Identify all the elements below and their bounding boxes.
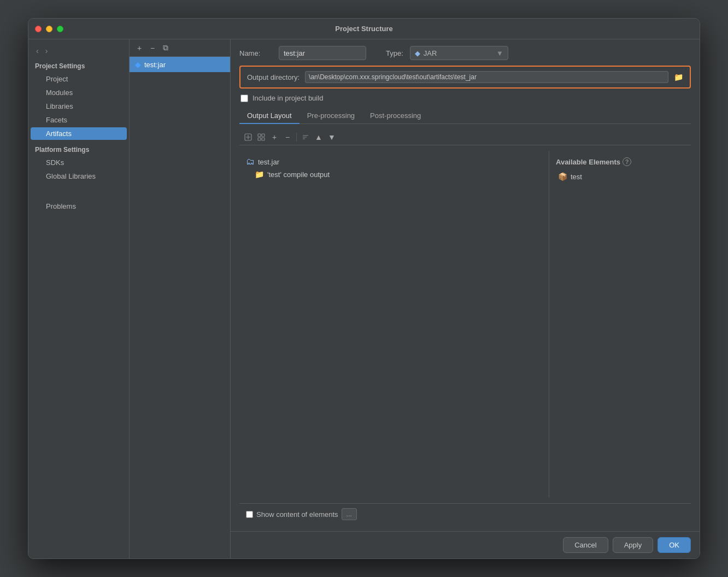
close-button[interactable] — [35, 26, 42, 32]
dots-button[interactable]: ... — [342, 508, 357, 520]
svg-rect-3 — [258, 134, 261, 137]
minimize-button[interactable] — [46, 26, 52, 32]
available-item-label: test — [571, 173, 582, 181]
remove-artifact-button[interactable]: − — [147, 43, 158, 54]
footer: Cancel Apply OK — [231, 531, 700, 558]
sidebar-item-artifacts[interactable]: Artifacts — [31, 127, 127, 140]
add-element-button[interactable] — [243, 132, 254, 143]
type-icon: ◆ — [415, 49, 420, 57]
project-structure-window: Project Structure ‹ › Project Settings P… — [28, 18, 700, 559]
jar-icon: 🗂 — [246, 157, 255, 167]
tree-item-compile[interactable]: 📁 'test' compile output — [242, 168, 547, 180]
artifact-type-icon: ◆ — [135, 60, 141, 69]
apply-button[interactable]: Apply — [613, 537, 654, 553]
layout-view-button[interactable] — [256, 132, 267, 143]
browse-folder-button[interactable]: 📁 — [674, 73, 683, 81]
sidebar-item-modules[interactable]: Modules — [31, 86, 127, 99]
traffic-lights — [35, 26, 63, 32]
content-area: + − ⧉ ◆ test:jar Name: Type: — [130, 39, 700, 558]
type-label: Type: — [386, 49, 403, 57]
copy-artifact-button[interactable]: ⧉ — [160, 43, 171, 54]
module-icon: 📦 — [558, 172, 567, 181]
tabs-row: Output Layout Pre-processing Post-proces… — [239, 108, 691, 124]
name-label: Name: — [239, 49, 272, 57]
tab-output-layout[interactable]: Output Layout — [239, 108, 300, 124]
artifact-list-item[interactable]: ◆ test:jar — [130, 57, 230, 72]
available-help-icon[interactable]: ? — [623, 157, 631, 166]
output-dir-label: Output directory: — [247, 73, 300, 81]
project-settings-section: Project Settings — [28, 58, 129, 72]
add-artifact-button[interactable]: + — [134, 43, 145, 54]
artifact-list-area: + − ⧉ ◆ test:jar — [130, 39, 231, 558]
separator — [296, 133, 297, 142]
available-header: Available Elements ? — [554, 155, 686, 170]
forward-button[interactable]: › — [44, 46, 49, 55]
svg-rect-6 — [262, 138, 265, 140]
sidebar-item-libraries[interactable]: Libraries — [31, 100, 127, 113]
remove-element-button[interactable]: − — [282, 132, 293, 143]
compile-icon: 📁 — [255, 170, 264, 179]
title-bar: Project Structure — [28, 19, 700, 39]
file-tree: 🗂 test.jar 📁 'test' compile output — [239, 151, 549, 498]
dropdown-arrow-icon: ▼ — [496, 49, 503, 57]
available-item-test[interactable]: 📦 test — [554, 170, 686, 182]
file-tree-container: 🗂 test.jar 📁 'test' compile output — [239, 151, 691, 498]
problems-section — [28, 192, 129, 199]
move-up-button[interactable]: ▲ — [313, 132, 324, 143]
available-panel: Available Elements ? 📦 test — [549, 151, 691, 498]
svg-rect-5 — [258, 138, 261, 140]
move-down-button[interactable]: ▼ — [326, 132, 337, 143]
sidebar-nav-row: ‹ › — [28, 44, 129, 58]
type-dropdown[interactable]: ◆ JAR ▼ — [410, 46, 508, 60]
compile-label: 'test' compile output — [267, 170, 330, 179]
name-input[interactable] — [279, 46, 366, 60]
output-directory-container: Output directory: \an\Desktop\com.xxx.sp… — [239, 66, 691, 89]
tab-pre-processing[interactable]: Pre-processing — [300, 108, 362, 124]
sidebar-item-problems[interactable]: Problems — [31, 200, 127, 213]
sidebar-item-project[interactable]: Project — [31, 73, 127, 85]
output-toolbar: + − ▲ ▼ — [239, 129, 691, 145]
detail-panel: Name: Type: ◆ JAR ▼ Output directory: \a… — [231, 39, 700, 531]
sort-button[interactable] — [300, 132, 311, 143]
name-type-row: Name: Type: ◆ JAR ▼ — [239, 46, 691, 60]
jar-label: test.jar — [258, 158, 279, 166]
cancel-button[interactable]: Cancel — [563, 537, 608, 553]
tree-item-jar[interactable]: 🗂 test.jar — [242, 155, 547, 168]
ok-button[interactable]: OK — [657, 537, 691, 553]
sidebar-item-global-libraries[interactable]: Global Libraries — [31, 170, 127, 182]
include-in-build-checkbox[interactable] — [240, 95, 248, 102]
show-content-row: Show content of elements ... — [246, 508, 684, 520]
type-value: JAR — [424, 49, 437, 57]
artifact-toolbar: + − ⧉ — [130, 39, 230, 57]
window-title: Project Structure — [335, 25, 392, 33]
back-button[interactable]: ‹ — [35, 46, 40, 55]
tab-post-processing[interactable]: Post-processing — [362, 108, 428, 124]
svg-rect-4 — [262, 134, 265, 137]
show-content-checkbox[interactable] — [246, 511, 253, 518]
include-in-build-row: Include in project build — [239, 94, 691, 102]
maximize-button[interactable] — [57, 26, 63, 32]
include-in-build-label: Include in project build — [253, 94, 323, 102]
main-content: ‹ › Project Settings Project Modules Lib… — [28, 39, 700, 558]
sidebar-item-sdks[interactable]: SDKs — [31, 156, 127, 169]
add-file-button[interactable]: + — [269, 132, 280, 143]
right-panel: Name: Type: ◆ JAR ▼ Output directory: \a… — [231, 39, 700, 558]
sidebar: ‹ › Project Settings Project Modules Lib… — [28, 39, 130, 558]
output-dir-path[interactable]: \an\Desktop\com.xxx.springcloud\test\out… — [305, 71, 668, 83]
artifact-item-label: test:jar — [144, 61, 166, 69]
platform-settings-section: Platform Settings — [28, 140, 129, 156]
sidebar-item-facets[interactable]: Facets — [31, 114, 127, 126]
bottom-bar: Show content of elements ... — [239, 503, 691, 525]
show-content-label: Show content of elements — [256, 510, 338, 519]
